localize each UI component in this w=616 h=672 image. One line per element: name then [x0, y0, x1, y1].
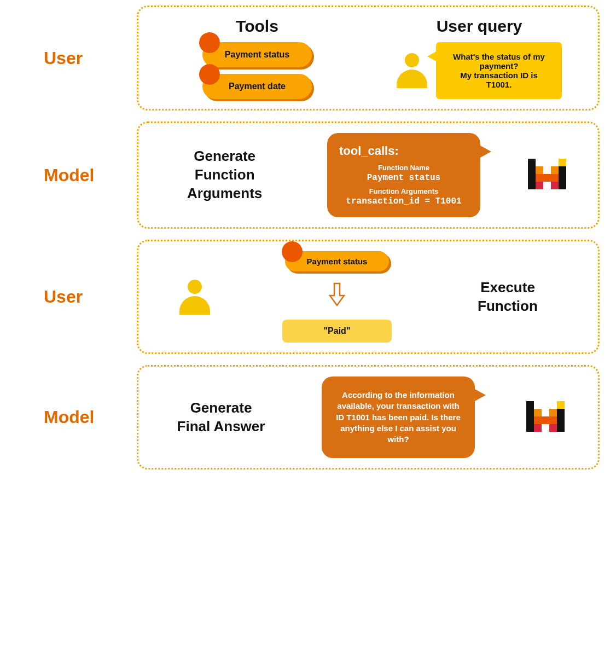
svg-rect-23	[542, 416, 549, 424]
tool-pill-label: Payment date	[229, 82, 286, 91]
function-name-value: Payment status	[339, 173, 468, 183]
query-heading: User query	[437, 17, 522, 36]
svg-rect-2	[528, 166, 536, 174]
role-label-model: Model	[44, 165, 120, 186]
down-arrow-icon	[328, 282, 346, 309]
panel-final-answer: Generate Final Answer According to the i…	[137, 365, 600, 470]
svg-rect-24	[549, 416, 557, 424]
svg-rect-3	[536, 166, 543, 174]
panel-execute-function: Payment status "Paid" Execute Function	[137, 240, 600, 354]
function-name-label: Function Name	[339, 164, 468, 172]
svg-rect-7	[536, 174, 543, 182]
function-args-label: Function Arguments	[339, 187, 468, 195]
user-icon	[179, 280, 210, 315]
tool-calls-title: tool_calls:	[339, 144, 468, 158]
svg-rect-14	[559, 182, 566, 189]
role-label-model: Model	[44, 407, 120, 427]
tools-column: Tools Payment status Payment date	[152, 17, 363, 99]
pill-dot-icon	[282, 241, 303, 262]
svg-rect-13	[551, 182, 559, 189]
tool-pill-label: Payment status	[225, 50, 289, 59]
execute-function-heading: Execute Function	[458, 279, 557, 316]
panel-generate-args: Generate Function Arguments tool_calls: …	[137, 121, 600, 229]
stage-model-final-answer: Model Generate Final Answer According to…	[0, 360, 616, 475]
svg-rect-27	[534, 424, 542, 432]
tool-pill-payment-status: Payment status	[202, 42, 312, 67]
final-answer-bubble: According to the information available, …	[322, 376, 475, 458]
stage-user-query: User Tools Payment status Payment date U…	[0, 0, 616, 116]
tool-pill-payment-date: Payment date	[202, 74, 312, 99]
role-label-user: User	[44, 287, 120, 307]
svg-rect-15	[526, 401, 534, 409]
svg-rect-19	[549, 409, 557, 416]
svg-rect-6	[528, 174, 536, 182]
function-args-value: transaction_id = T1001	[339, 196, 468, 206]
stage-user-execute: User Payment status "Paid" Execute Funct…	[0, 234, 616, 360]
stage-model-generate-args: Model Generate Function Arguments tool_c…	[0, 116, 616, 234]
svg-rect-4	[551, 166, 559, 174]
svg-rect-29	[557, 424, 565, 432]
svg-rect-10	[559, 174, 566, 182]
svg-rect-28	[549, 424, 557, 432]
model-logo-icon	[526, 401, 565, 434]
query-group: What's the status of my payment? My tran…	[397, 42, 562, 99]
svg-rect-9	[551, 174, 559, 182]
function-result: "Paid"	[282, 320, 392, 343]
svg-rect-20	[557, 409, 565, 416]
final-answer-heading: Generate Final Answer	[172, 399, 270, 436]
svg-rect-16	[557, 401, 565, 409]
user-icon	[397, 53, 427, 88]
user-query-bubble: What's the status of my payment? My tran…	[436, 42, 562, 99]
pill-dot-icon	[199, 32, 220, 53]
tool-calls-bubble: tool_calls: Function Name Payment status…	[327, 133, 480, 217]
svg-rect-12	[536, 182, 543, 189]
final-answer-text: According to the information available, …	[336, 390, 461, 444]
tool-pill-payment-status: Payment status	[285, 251, 389, 271]
svg-rect-0	[528, 159, 536, 166]
svg-rect-1	[559, 159, 566, 166]
svg-rect-18	[534, 409, 542, 416]
model-logo-icon	[528, 159, 566, 192]
role-label-user: User	[44, 48, 120, 68]
svg-rect-17	[526, 409, 534, 416]
svg-rect-11	[528, 182, 536, 189]
query-column: User query What's the status of my payme…	[374, 17, 585, 99]
svg-rect-5	[559, 166, 566, 174]
tools-heading: Tools	[236, 17, 278, 36]
svg-rect-21	[526, 416, 534, 424]
execute-flow: Payment status "Paid"	[282, 251, 392, 343]
tool-pill-label: Payment status	[307, 257, 368, 266]
user-query-text: What's the status of my payment? My tran…	[453, 52, 545, 89]
pill-dot-icon	[199, 64, 220, 85]
svg-rect-8	[543, 174, 551, 182]
svg-rect-25	[557, 416, 565, 424]
generate-args-heading: Generate Function Arguments	[170, 147, 280, 202]
panel-tools-query: Tools Payment status Payment date User q…	[137, 5, 600, 111]
svg-rect-26	[526, 424, 534, 432]
svg-rect-22	[534, 416, 542, 424]
